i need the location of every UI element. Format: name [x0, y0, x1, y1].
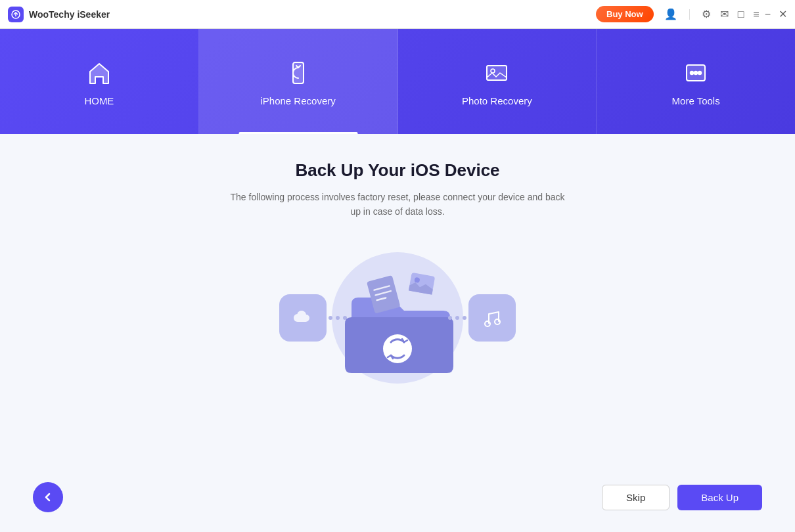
settings-icon[interactable]: ⚙ [702, 8, 711, 20]
nav-item-photo-recovery[interactable]: Photo Recovery [398, 29, 597, 134]
nav-label-home: HOME [84, 95, 114, 106]
nav-item-iphone-recovery[interactable]: iPhone Recovery [199, 29, 398, 134]
window-controls: − ✕ [765, 8, 787, 20]
app-name: WooTechy iSeeker [29, 9, 596, 20]
app-logo [8, 7, 24, 22]
page-subtitle: The following process involves factory r… [227, 190, 568, 219]
nav-item-more-tools[interactable]: More Tools [597, 29, 795, 134]
close-button[interactable]: ✕ [779, 8, 787, 20]
nav-label-iphone-recovery: iPhone Recovery [261, 95, 336, 106]
home-icon [83, 57, 115, 89]
svg-point-7 [694, 71, 698, 74]
backup-illustration [260, 233, 535, 403]
skip-button[interactable]: Skip [602, 485, 670, 510]
svg-point-8 [698, 71, 702, 74]
iphone-recovery-icon [283, 57, 314, 89]
title-bar: WooTechy iSeeker Buy Now 👤 ⚙ ✉ □ ≡ − ✕ [0, 0, 795, 29]
action-buttons: Skip Back Up [602, 485, 762, 510]
photo-recovery-icon [481, 57, 512, 89]
more-tools-icon [680, 57, 712, 89]
backup-button[interactable]: Back Up [677, 485, 762, 510]
toolbar-icons: 👤 ⚙ ✉ □ ≡ [664, 8, 760, 20]
buy-now-button[interactable]: Buy Now [596, 6, 654, 22]
divider [689, 9, 690, 20]
content-area: Back Up Your iOS Device The following pr… [227, 154, 568, 482]
svg-rect-2 [293, 62, 304, 83]
user-icon[interactable]: 👤 [664, 8, 677, 20]
back-button[interactable] [33, 482, 63, 512]
main-folder-svg [332, 265, 463, 383]
svg-point-16 [485, 321, 490, 326]
svg-point-17 [495, 319, 500, 324]
nav-bar: HOME iPhone Recovery Photo Recovery [0, 29, 795, 134]
bottom-controls: Skip Back Up [26, 482, 769, 512]
minimize-button[interactable]: − [765, 9, 771, 20]
nav-item-home[interactable]: HOME [0, 29, 199, 134]
nav-label-more-tools: More Tools [672, 95, 720, 106]
music-card [468, 294, 516, 342]
svg-rect-3 [487, 66, 507, 80]
main-content: Back Up Your iOS Device The following pr… [0, 134, 795, 532]
nav-label-photo-recovery: Photo Recovery [462, 95, 532, 106]
page-title: Back Up Your iOS Device [295, 160, 499, 181]
svg-point-6 [691, 71, 694, 74]
menu-icon[interactable]: ≡ [753, 9, 759, 20]
mail-icon[interactable]: ✉ [720, 8, 729, 20]
chat-icon[interactable]: □ [738, 9, 744, 20]
cloud-card [279, 294, 327, 342]
right-dots [448, 316, 466, 320]
